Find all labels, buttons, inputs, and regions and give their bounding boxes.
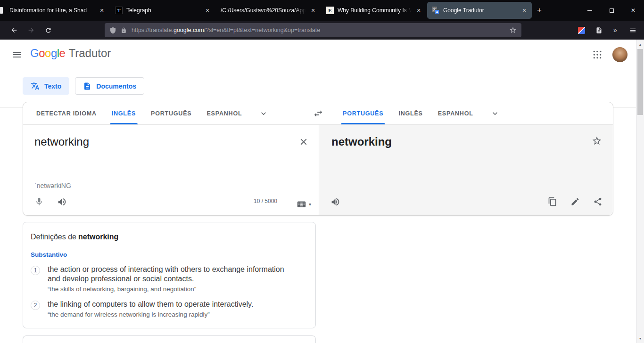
character-counter: 10 / 5000 xyxy=(254,198,277,204)
scrollbar-thumb[interactable] xyxy=(637,49,643,115)
documents-mode-label: Documentos xyxy=(96,82,136,90)
tab-close-icon[interactable]: ✕ xyxy=(204,8,211,14)
source-lang-spanish[interactable]: ESPANHOL xyxy=(201,102,248,124)
microphone-button[interactable] xyxy=(30,192,49,211)
lock-icon[interactable] xyxy=(121,27,127,33)
source-listen-button[interactable] xyxy=(52,192,71,211)
logo-letter: e xyxy=(59,47,66,60)
target-listen-button[interactable] xyxy=(326,192,345,211)
documents-mode-button[interactable]: Documentos xyxy=(75,77,144,95)
star-outline-icon xyxy=(592,136,602,146)
document-icon xyxy=(83,82,91,90)
definitions-title-prefix: Definições de xyxy=(31,233,76,241)
translated-text: networking xyxy=(331,135,392,148)
definitions-title-word: networking xyxy=(78,233,118,241)
definition-text: the linking of computers to allow them t… xyxy=(48,300,253,309)
reload-button[interactable] xyxy=(41,24,55,37)
target-lang-english[interactable]: INGLÊS xyxy=(393,102,428,124)
tab-google-tradutor[interactable]: 文 A Google Tradutor ✕ xyxy=(427,2,532,19)
source-text[interactable]: networking xyxy=(34,135,89,148)
source-lang-detect[interactable]: DETECTAR IDIOMA xyxy=(31,102,102,124)
target-language-tabs: PORTUGUÊS INGLÊS ESPANHOL xyxy=(337,102,501,124)
clear-source-button[interactable] xyxy=(294,132,313,151)
scroll-up-arrow[interactable]: ▲ xyxy=(636,41,644,48)
language-tabs-row: DETECTAR IDIOMA INGLÊS PORTUGUÊS ESPANHO… xyxy=(23,102,613,125)
overflow-menu-button[interactable]: » xyxy=(609,24,622,37)
browser-tab-bar: Disinformation for Hire, a Shad ✕ T Tele… xyxy=(0,0,644,21)
hamburger-menu-icon xyxy=(629,27,636,34)
google-translate-favicon: 文 A xyxy=(432,7,439,14)
favicon-a-glyph: A xyxy=(435,9,439,14)
main-menu-button[interactable] xyxy=(11,49,23,60)
keyboard-dropdown-caret[interactable]: ▾ xyxy=(309,202,311,207)
window-close-button[interactable]: ✕ xyxy=(622,0,644,21)
address-bar[interactable]: https://translate.google.com/?sl=en&tl=p… xyxy=(105,23,521,37)
mode-buttons-row: Texto Documentos xyxy=(23,77,144,95)
tab-title: /C:/Users/Gustavo%20Souza/AppD xyxy=(221,7,307,14)
keyboard-button[interactable]: ▾ xyxy=(297,199,311,209)
definition-example: “the demand for wireless networking is i… xyxy=(48,311,253,318)
target-lang-spanish[interactable]: ESPANHOL xyxy=(432,102,479,124)
suggest-edit-button[interactable] xyxy=(566,192,585,211)
definition-text: the action or process of interacting wit… xyxy=(48,265,292,284)
partial-tab-fragment[interactable] xyxy=(0,7,3,14)
pencil-icon xyxy=(570,197,580,206)
red-blue-extension-glyph xyxy=(578,27,585,34)
google-apps-button[interactable] xyxy=(588,45,607,64)
back-button[interactable] xyxy=(8,24,21,37)
tab-close-icon[interactable]: ✕ xyxy=(520,8,528,14)
source-lang-english[interactable]: INGLÊS xyxy=(106,102,141,124)
forward-button[interactable] xyxy=(25,24,38,37)
site-header: Google Tradutor xyxy=(0,40,636,70)
copy-icon xyxy=(548,197,557,206)
new-tab-button[interactable]: + xyxy=(532,2,546,19)
definition-number: 2 xyxy=(31,301,40,310)
tab-close-icon[interactable]: ✕ xyxy=(415,8,422,14)
maximize-icon xyxy=(610,8,614,13)
url-domain: google.com xyxy=(173,27,204,33)
tab-disinformation[interactable]: Disinformation for Hire, a Shad ✕ xyxy=(5,2,109,19)
source-text-pane[interactable]: networking ˈnetwərkiNG 10 / 5000 ▾ xyxy=(23,125,319,215)
target-lang-portuguese[interactable]: PORTUGUÊS xyxy=(337,102,389,124)
url-prefix: https://translate. xyxy=(132,27,173,33)
tab-close-icon[interactable]: ✕ xyxy=(309,8,317,14)
document-lines-icon xyxy=(595,27,603,34)
target-text-pane: networking xyxy=(319,125,613,215)
keyboard-icon xyxy=(297,199,306,209)
source-lang-portuguese[interactable]: PORTUGUÊS xyxy=(145,102,197,124)
tab-close-icon[interactable]: ✕ xyxy=(98,8,106,14)
window-maximize-button[interactable] xyxy=(601,0,622,21)
swap-languages-button[interactable] xyxy=(309,104,328,123)
save-translation-star-button[interactable] xyxy=(587,131,606,150)
page-scrollbar[interactable]: ▲ ▼ xyxy=(636,40,644,343)
definitions-title: Definições denetworking xyxy=(31,233,304,241)
user-avatar[interactable] xyxy=(612,47,627,62)
source-lang-dropdown-button[interactable] xyxy=(258,102,269,124)
copy-translation-button[interactable] xyxy=(543,192,562,211)
tab-community-article[interactable]: E Why Building Community Is M ✕ xyxy=(322,2,426,19)
tab-telegraph[interactable]: T Telegraph ✕ xyxy=(110,2,215,19)
share-translation-button[interactable] xyxy=(588,192,607,211)
bookmark-star-icon[interactable] xyxy=(509,26,517,34)
definition-body: the action or process of interacting wit… xyxy=(48,265,292,293)
translate-panes: networking ˈnetwərkiNG 10 / 5000 ▾ xyxy=(23,125,613,215)
app-menu-button[interactable] xyxy=(626,24,639,37)
tab-local-file[interactable]: /C:/Users/Gustavo%20Souza/AppD ✕ xyxy=(216,2,321,19)
tab-title: Telegraph xyxy=(126,7,202,14)
logo-letter: o xyxy=(45,47,51,60)
window-minimize-button[interactable] xyxy=(579,0,601,21)
tracking-protection-shield-icon[interactable] xyxy=(109,27,116,34)
google-translate-logo[interactable]: Google Tradutor xyxy=(30,47,111,60)
article-favicon: E xyxy=(326,7,334,14)
text-mode-label: Texto xyxy=(44,82,61,90)
colorful-grid-extension-icon[interactable] xyxy=(497,27,504,33)
logo-letter: o xyxy=(39,47,45,60)
scroll-down-arrow[interactable]: ▼ xyxy=(636,335,644,342)
target-lang-dropdown-button[interactable] xyxy=(489,102,501,124)
translations-card-partial xyxy=(23,335,316,343)
chevron-down-icon xyxy=(259,109,268,118)
notes-extension-icon[interactable] xyxy=(592,24,605,37)
text-mode-button[interactable]: Texto xyxy=(23,77,69,95)
container-extension-icon[interactable] xyxy=(575,24,588,37)
url-text[interactable]: https://translate.google.com/?sl=en&tl=p… xyxy=(132,27,491,33)
